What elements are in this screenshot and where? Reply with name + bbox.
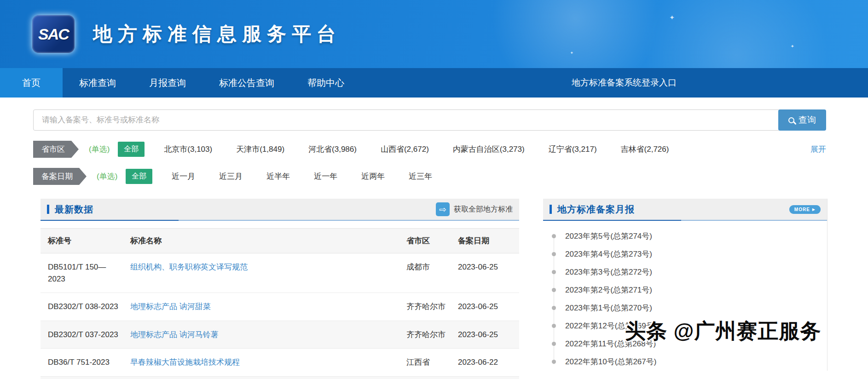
monthly-report-label: 2022年第10号(总第267号) xyxy=(565,356,656,367)
sac-logo-text: SAC xyxy=(38,25,69,43)
bullet-icon xyxy=(552,360,556,364)
standard-date: 2023-06-25 xyxy=(453,321,519,349)
more-arrow-icon: ▶ xyxy=(812,207,816,212)
bullet-icon xyxy=(552,234,556,238)
filter-row-date: 备案日期 (单选) 全部 近一月 近三月 近半年 近一年 近两年 近三年 xyxy=(33,168,826,185)
list-item[interactable]: 2023年第2号(总第271号) xyxy=(543,281,827,299)
header-accent-bar xyxy=(550,205,552,214)
nav-item-help-center[interactable]: 帮助中心 xyxy=(291,68,361,98)
sac-logo: SAC xyxy=(32,15,75,53)
monthly-report-label: 2023年第2号(总第271号) xyxy=(565,285,652,295)
nav-item-home[interactable]: 首页 xyxy=(0,68,63,98)
search-button-label: 查询 xyxy=(799,114,816,126)
table-row: DB36/T 751-2023 早春辣椒大苗设施栽培技术规程 江西省 2023-… xyxy=(41,349,519,377)
col-header-standard-name: 标准名称 xyxy=(126,229,402,253)
standard-region: 齐齐哈尔市 xyxy=(402,321,453,349)
standard-number: DB2302/T 037-2023 xyxy=(41,321,126,349)
filter-all-button-region[interactable]: 全部 xyxy=(118,142,145,157)
region-option[interactable]: 山西省(2,672) xyxy=(381,144,429,155)
date-option[interactable]: 近半年 xyxy=(266,171,290,182)
expand-link[interactable]: 展开 xyxy=(810,144,826,155)
standard-name-link[interactable]: 地理标志产品 讷河甜菜 xyxy=(130,302,211,311)
bullet-icon xyxy=(552,288,556,292)
standards-table: 标准号 标准名称 省市区 备案日期 DB5101/T 150—2023 组织机构… xyxy=(41,228,519,379)
table-row: DB2302/T 038-2023 地理标志产品 讷河甜菜 齐齐哈尔市 2023… xyxy=(41,293,519,321)
region-option[interactable]: 辽宁省(3,217) xyxy=(549,144,597,155)
monthly-report-label: 2023年第4号(总第273号) xyxy=(565,249,652,259)
region-option[interactable]: 河北省(3,986) xyxy=(308,144,357,155)
table-row: DB5101/T 150—2023 组织机构、职务职称英文译写规范 成都市 20… xyxy=(41,253,519,293)
site-banner: SAC 地方标准信息服务平台 ✦ ✦ ✦ xyxy=(0,0,868,68)
list-item[interactable]: 2023年第5号(总第274号) xyxy=(543,227,827,245)
table-row: DB36/T 1770-2023 林下三叶青野生仿境栽培技术规程 江西省 202… xyxy=(41,376,519,379)
col-header-standard-number: 标准号 xyxy=(41,229,126,253)
latest-data-title: 最新数据 xyxy=(55,203,93,216)
col-header-filing-date: 备案日期 xyxy=(453,229,519,253)
nav-item-standard-search[interactable]: 标准查询 xyxy=(63,68,133,98)
arrow-right-icon: ⇨ xyxy=(436,202,450,216)
sparkle-icon: ✦ xyxy=(791,44,794,49)
date-option[interactable]: 近三年 xyxy=(409,171,432,182)
standard-name-link[interactable]: 早春辣椒大苗设施栽培技术规程 xyxy=(130,358,240,367)
filter-tag-region: 省市区 xyxy=(33,141,79,158)
filter-mode-label: (单选) xyxy=(89,144,110,155)
monthly-report-list: 2023年第5号(总第274号) 2023年第4号(总第273号) 2023年第… xyxy=(543,227,827,371)
standard-region: 成都市 xyxy=(402,253,453,293)
monthly-report-label: 2023年第5号(总第274号) xyxy=(565,231,652,241)
list-item[interactable]: 2023年第1号(总第270号) xyxy=(543,299,827,317)
bullet-icon xyxy=(552,270,556,274)
filter-all-button-date[interactable]: 全部 xyxy=(126,169,152,184)
nav-item-announcement-search[interactable]: 标准公告查询 xyxy=(203,68,291,98)
list-item[interactable]: 2023年第4号(总第273号) xyxy=(543,245,827,263)
table-row: DB2302/T 037-2023 地理标志产品 讷河马铃薯 齐齐哈尔市 202… xyxy=(41,321,519,349)
region-option[interactable]: 北京市(3,103) xyxy=(164,144,212,155)
content-columns: 最新数据 ⇨ 获取全部地方标准 标准号 标准名称 省市区 备案日期 DB5101… xyxy=(41,199,868,379)
standard-number: DB2302/T 038-2023 xyxy=(41,293,126,321)
list-item[interactable]: 2022年第10号(总第267号) xyxy=(543,353,827,371)
header-accent-bar xyxy=(47,205,49,214)
bullet-icon xyxy=(552,306,556,310)
standard-region: 江西省 xyxy=(402,349,453,377)
date-option[interactable]: 近三月 xyxy=(219,171,243,182)
standard-region: 江西省 xyxy=(402,376,453,379)
standard-name-link[interactable]: 地理标志产品 讷河马铃薯 xyxy=(130,330,219,339)
search-bar: 查询 xyxy=(33,109,826,131)
col-header-region: 省市区 xyxy=(402,229,453,253)
sparkle-icon: ✦ xyxy=(570,51,573,55)
region-option[interactable]: 内蒙古自治区(3,273) xyxy=(453,144,525,155)
site-title: 地方标准信息服务平台 xyxy=(93,21,341,47)
search-input[interactable] xyxy=(33,109,780,131)
nav-item-monthly-search[interactable]: 月报查询 xyxy=(133,68,203,98)
toutiao-watermark: 头条 @广州赛正服务 xyxy=(625,317,821,345)
more-button[interactable]: MORE ▶ xyxy=(789,205,821,214)
monthly-report-label: 2023年第3号(总第272号) xyxy=(565,267,652,277)
region-option[interactable]: 吉林省(2,726) xyxy=(621,144,669,155)
standard-date: 2023-06-25 xyxy=(453,253,519,293)
get-all-standards-link[interactable]: ⇨ 获取全部地方标准 xyxy=(436,202,513,216)
table-header-row: 标准号 标准名称 省市区 备案日期 xyxy=(41,229,519,253)
standard-date: 2023-06-22 xyxy=(453,376,519,379)
search-icon xyxy=(788,117,794,123)
standard-date: 2023-06-22 xyxy=(453,349,519,377)
date-options: 近一月 近三月 近半年 近一年 近两年 近三年 xyxy=(172,171,826,182)
get-all-standards-label: 获取全部地方标准 xyxy=(454,205,513,214)
standard-region: 齐齐哈尔市 xyxy=(402,293,453,321)
search-button[interactable]: 查询 xyxy=(778,109,826,131)
main-nav: 首页 标准查询 月报查询 标准公告查询 帮助中心 地方标准备案系统登录入口 xyxy=(0,68,868,98)
latest-data-panel: 最新数据 ⇨ 获取全部地方标准 标准号 标准名称 省市区 备案日期 DB5101… xyxy=(41,199,519,379)
date-option[interactable]: 近两年 xyxy=(361,171,385,182)
standard-number: DB5101/T 150—2023 xyxy=(41,253,126,293)
date-option[interactable]: 近一年 xyxy=(314,171,337,182)
region-option[interactable]: 天津市(1,849) xyxy=(236,144,284,155)
date-option[interactable]: 近一月 xyxy=(172,171,195,182)
bullet-icon xyxy=(552,324,556,328)
filter-row-region: 省市区 (单选) 全部 北京市(3,103) 天津市(1,849) 河北省(3,… xyxy=(33,141,826,158)
filing-system-login-link[interactable]: 地方标准备案系统登录入口 xyxy=(572,68,677,98)
standard-number: DB36/T 751-2023 xyxy=(41,349,126,377)
more-button-label: MORE xyxy=(794,207,810,212)
list-item[interactable]: 2023年第3号(总第272号) xyxy=(543,263,827,281)
latest-data-header: 最新数据 ⇨ 获取全部地方标准 xyxy=(41,199,519,221)
standard-name-link[interactable]: 组织机构、职务职称英文译写规范 xyxy=(130,263,248,271)
region-options: 北京市(3,103) 天津市(1,849) 河北省(3,986) 山西省(2,6… xyxy=(164,144,826,155)
sparkle-icon: ✦ xyxy=(669,14,675,21)
